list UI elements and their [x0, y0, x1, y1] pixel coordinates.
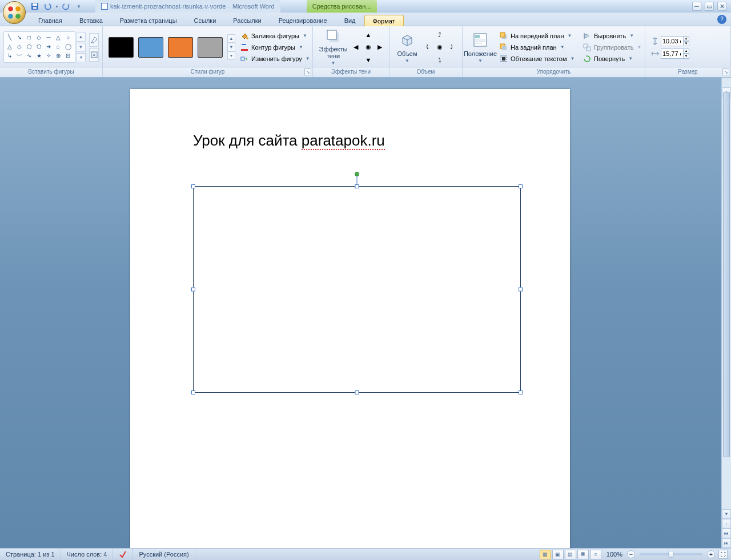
help-button[interactable]: ?	[717, 15, 726, 24]
change-shape-button[interactable]: Изменить фигуру▼	[239, 54, 311, 64]
shadow-nudge-right[interactable]: ▶	[374, 42, 385, 53]
view-outline[interactable]: ≣	[577, 550, 589, 559]
close-button[interactable]: ✕	[717, 2, 726, 11]
resize-handle-t[interactable]	[355, 184, 359, 188]
zoom-fit[interactable]: ⛶	[718, 550, 728, 559]
shadow-nudge-left[interactable]: ◀	[350, 42, 362, 53]
contextual-tab-drawing-tools[interactable]: Средства рисован...	[307, 0, 377, 13]
scroll-down[interactable]: ▼	[722, 509, 731, 519]
style-orange[interactable]	[168, 37, 193, 58]
minimize-button[interactable]: ─	[692, 2, 701, 11]
tilt-right[interactable]: ⤸	[445, 42, 457, 53]
height-down[interactable]: ▼	[683, 41, 689, 46]
zoom-slider[interactable]	[640, 553, 702, 555]
tilt-left[interactable]: ⤹	[421, 42, 433, 53]
maximize-button[interactable]: ▭	[705, 2, 714, 11]
view-print-layout[interactable]: ▦	[540, 550, 551, 559]
tab-insert[interactable]: Вставка	[71, 14, 111, 26]
volume-button[interactable]: Объем▼	[393, 29, 421, 66]
style-blue[interactable]	[138, 37, 163, 58]
shape-styles-launcher[interactable]: ↘	[304, 69, 311, 75]
zoom-knob[interactable]	[669, 551, 674, 558]
rectangle-shape[interactable]	[193, 186, 521, 393]
office-button[interactable]	[3, 1, 26, 24]
shapes-gallery[interactable]: ╲➘□◇─△○ △◇⬠⬡➜⌂◯ ↳﹀∿★✧⊕⊟	[3, 31, 75, 63]
style-gray[interactable]	[198, 37, 223, 58]
resize-handle-b[interactable]	[355, 390, 359, 394]
wrap-icon	[499, 54, 508, 63]
resize-handle-r[interactable]	[519, 288, 523, 292]
page[interactable]: Урок для сайта paratapok.ru	[130, 89, 570, 548]
cube-icon	[398, 31, 416, 49]
zoom-out[interactable]: −	[627, 550, 635, 558]
styles-next[interactable]: ▼	[227, 43, 235, 51]
height-up[interactable]: ▲	[683, 36, 689, 41]
style-black[interactable]	[109, 37, 134, 58]
status-language[interactable]: Русский (Россия)	[133, 549, 195, 560]
resize-handle-br[interactable]	[519, 390, 523, 394]
undo-dropdown[interactable]: ▼	[55, 5, 59, 9]
width-up[interactable]: ▲	[683, 49, 689, 54]
tab-review[interactable]: Рецензирование	[270, 14, 336, 26]
align-button[interactable]: Выровнять▼	[581, 31, 644, 41]
shadow-effects-button[interactable]: Эффекты тени▼	[316, 29, 350, 66]
shadow-nudge-down[interactable]: ▼	[363, 54, 374, 66]
styles-more[interactable]: ▾	[227, 51, 235, 60]
redo-button[interactable]	[61, 1, 71, 11]
status-page[interactable]: Страница: 1 из 1	[0, 549, 61, 560]
tilt-down[interactable]: ⤵	[434, 54, 445, 66]
selected-shape[interactable]	[191, 184, 523, 394]
group-button[interactable]: Группировать▼	[581, 42, 644, 53]
shapes-scroll-up[interactable]: ▲	[76, 33, 86, 42]
height-icon	[651, 37, 659, 45]
tilt-toggle[interactable]: ◉	[434, 42, 445, 53]
qat-customize-button[interactable]: ▼	[74, 1, 84, 11]
status-word-count[interactable]: Число слов: 4	[61, 549, 114, 560]
view-full-screen[interactable]: ▣	[552, 550, 564, 559]
shape-styles-gallery[interactable]: ▲ ▼ ▾	[106, 34, 235, 60]
size-launcher[interactable]: ↘	[722, 69, 729, 75]
undo-button[interactable]	[42, 1, 53, 11]
width-down[interactable]: ▼	[683, 54, 689, 59]
status-proofing[interactable]	[113, 549, 133, 560]
vertical-scrollbar[interactable]: ▲ ▼ ◦ ⏮ ⏭	[721, 78, 731, 548]
resize-handle-tl[interactable]	[191, 184, 195, 188]
rotation-handle[interactable]	[355, 172, 359, 176]
browse-object[interactable]: ◦	[722, 519, 731, 529]
resize-handle-bl[interactable]	[191, 390, 195, 394]
tab-view[interactable]: Вид	[336, 14, 364, 26]
bring-to-front-button[interactable]: На передний план▼	[498, 31, 578, 41]
save-button[interactable]	[30, 1, 40, 11]
text-wrap-button[interactable]: Обтекание текстом▼	[498, 54, 578, 64]
shape-fill-button[interactable]: Заливка фигуры▼	[239, 31, 311, 41]
tilt-up[interactable]: ⤴	[434, 29, 445, 41]
zoom-label[interactable]: 100%	[607, 551, 622, 558]
shapes-scroll-down[interactable]: ▼	[76, 43, 86, 52]
edit-shape-button[interactable]	[89, 33, 99, 47]
prev-page[interactable]: ⏮	[722, 529, 731, 538]
resize-handle-tr[interactable]	[519, 184, 523, 188]
tab-page-layout[interactable]: Разметка страницы	[111, 14, 186, 26]
view-draft[interactable]: ≡	[590, 550, 601, 559]
resize-handle-l[interactable]	[191, 288, 195, 292]
zoom-in[interactable]: +	[707, 550, 715, 558]
view-web-layout[interactable]: ▤	[565, 550, 576, 559]
position-button[interactable]: Положение▼	[466, 29, 495, 66]
scroll-thumb[interactable]	[723, 92, 730, 457]
styles-prev[interactable]: ▲	[227, 34, 235, 43]
text-box-button[interactable]: A	[89, 48, 99, 62]
shapes-more[interactable]: ▾	[76, 53, 86, 62]
document-tab[interactable]: kak-izmenit-prozrachnost-risunka-v-vorde…	[95, 0, 280, 13]
shadow-toggle[interactable]: ◉	[363, 42, 374, 53]
ribbon: ╲➘□◇─△○ △◇⬠⬡➜⌂◯ ↳﹀∿★✧⊕⊟ ▲ ▼ ▾ A Вставить…	[0, 26, 731, 78]
send-to-back-button[interactable]: На задний план▼	[498, 42, 578, 53]
shape-outline-button[interactable]: Контур фигуры▼	[239, 42, 311, 53]
tab-references[interactable]: Ссылки	[186, 14, 225, 26]
document-area[interactable]: Урок для сайта paratapok.ru ▲ ▼ ◦ ⏮ ⏭	[0, 78, 731, 548]
shadow-nudge-up[interactable]: ▲	[363, 29, 374, 41]
tab-home[interactable]: Главная	[30, 14, 71, 26]
tab-mailings[interactable]: Рассылки	[224, 14, 270, 26]
rotate-button[interactable]: Повернуть▼	[581, 54, 644, 64]
next-page[interactable]: ⏭	[722, 538, 731, 548]
tab-format[interactable]: Формат	[364, 15, 404, 26]
